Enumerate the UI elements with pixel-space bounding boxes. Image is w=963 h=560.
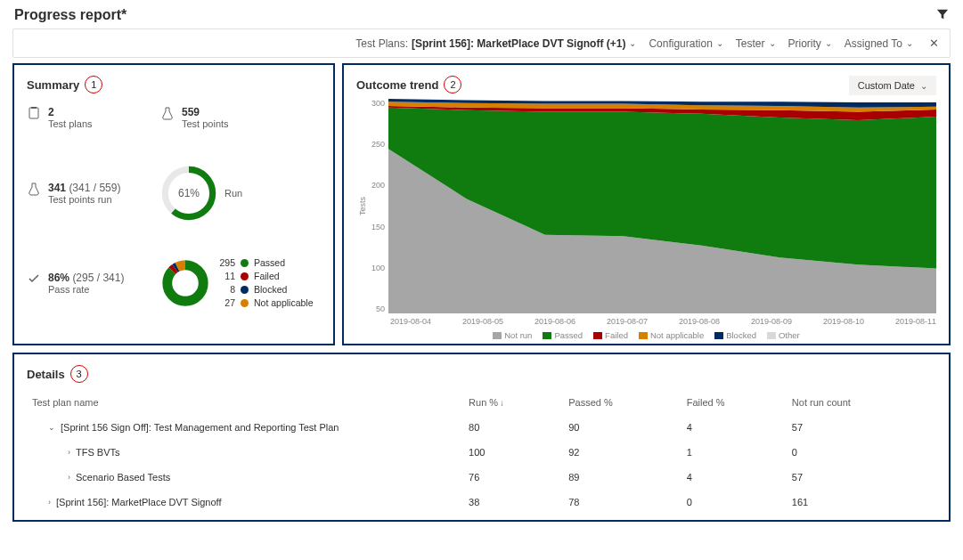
chevron-down-icon: ⌄ bbox=[769, 38, 776, 48]
trend-yaxis: 300 250 200 150 100 50 bbox=[367, 99, 388, 313]
cell-run: 38 bbox=[463, 490, 563, 515]
cell-notrun: 0 bbox=[787, 440, 936, 465]
close-icon[interactable]: ✕ bbox=[926, 37, 939, 50]
col-name[interactable]: Test plan name bbox=[27, 390, 463, 415]
col-notrun[interactable]: Not run count bbox=[787, 390, 936, 415]
row-name: TFS BVTs bbox=[76, 447, 120, 458]
filter-bar: Test Plans: [Sprint 156]: MarketPlace DV… bbox=[12, 28, 951, 58]
cell-failed: 0 bbox=[681, 490, 787, 515]
details-table: Test plan name Run %↓ Passed % Failed % … bbox=[27, 390, 936, 515]
filter-assigned-to[interactable]: Assigned To⌄ bbox=[845, 37, 913, 50]
swatch-failed bbox=[593, 332, 602, 339]
cell-notrun: 161 bbox=[787, 490, 936, 515]
beaker-icon bbox=[160, 106, 175, 120]
cell-failed: 4 bbox=[681, 415, 787, 440]
swatch-notrun bbox=[493, 332, 502, 339]
metric-test-points: 559 Test points bbox=[160, 101, 321, 134]
summary-card: Summary 1 2 Test plans 559 Test points bbox=[12, 63, 335, 345]
filter-test-plans[interactable]: Test Plans: [Sprint 156]: MarketPlace DV… bbox=[355, 37, 636, 50]
col-run[interactable]: Run %↓ bbox=[463, 390, 563, 415]
details-card: Details 3 Test plan name Run %↓ Passed %… bbox=[12, 353, 951, 522]
beaker-icon bbox=[27, 182, 41, 196]
page-title: Progress report* bbox=[14, 7, 126, 23]
cell-run: 80 bbox=[463, 415, 563, 440]
chevron-down-icon: ⌄ bbox=[825, 38, 832, 48]
run-percent-label: Run bbox=[224, 188, 242, 199]
cell-passed: 89 bbox=[563, 465, 681, 490]
chevron-right-icon[interactable]: › bbox=[68, 473, 70, 482]
svg-rect-1 bbox=[31, 107, 37, 109]
table-row[interactable]: ›TFS BVTs1009210 bbox=[27, 440, 936, 465]
metric-test-points-run: 341 (341 / 559) Test points run bbox=[27, 176, 160, 210]
filter-test-plans-value: [Sprint 156]: MarketPlace DVT Signoff (+… bbox=[412, 37, 625, 50]
sort-down-icon: ↓ bbox=[498, 398, 504, 408]
chevron-down-icon: ⌄ bbox=[906, 38, 913, 48]
outcome-legend: 295Passed 11Failed 8Blocked 27Not applic… bbox=[217, 257, 314, 308]
custom-date-button[interactable]: Custom Date ⌄ bbox=[849, 76, 936, 95]
cell-notrun: 57 bbox=[787, 465, 936, 490]
chevron-down-icon: ⌄ bbox=[629, 38, 636, 48]
cell-passed: 92 bbox=[563, 440, 681, 465]
cell-notrun: 57 bbox=[787, 415, 936, 440]
details-title: Details bbox=[27, 368, 65, 381]
trend-card: Outcome trend 2 Custom Date ⌄ Tests 300 … bbox=[342, 63, 951, 345]
swatch-passed bbox=[543, 332, 551, 339]
row-name: [Sprint 156]: MarketPlace DVT Signoff bbox=[56, 497, 221, 507]
swatch-passed bbox=[241, 259, 249, 267]
swatch-na bbox=[241, 299, 249, 307]
table-row[interactable]: ›[Sprint 156]: MarketPlace DVT Signoff38… bbox=[27, 490, 936, 515]
clipboard-icon bbox=[27, 106, 41, 120]
metric-pass-rate: 86% (295 / 341) Pass rate bbox=[27, 266, 160, 300]
cell-failed: 4 bbox=[681, 465, 787, 490]
filter-icon[interactable] bbox=[936, 8, 949, 23]
trend-ylabel: Tests bbox=[356, 99, 367, 313]
summary-title: Summary bbox=[27, 78, 79, 92]
callout-3: 3 bbox=[70, 365, 88, 383]
cell-failed: 1 bbox=[681, 440, 787, 465]
table-row[interactable]: ›Scenario Based Tests7689457 bbox=[27, 465, 936, 490]
outcome-donut: 295Passed 11Failed 8Blocked 27Not applic… bbox=[160, 252, 321, 313]
filter-test-plans-label: Test Plans: bbox=[355, 37, 408, 50]
chevron-right-icon[interactable]: › bbox=[48, 498, 51, 507]
swatch-blocked bbox=[714, 332, 723, 339]
chevron-down-icon: ⌄ bbox=[716, 38, 723, 48]
table-header-row: Test plan name Run %↓ Passed % Failed % … bbox=[27, 390, 936, 415]
row-name: [Sprint 156 Sign Off]: Test Management a… bbox=[61, 422, 339, 433]
run-donut: 61% Run bbox=[160, 159, 321, 227]
filter-priority[interactable]: Priority⌄ bbox=[788, 37, 832, 50]
chevron-down-icon[interactable]: ⌄ bbox=[48, 423, 55, 432]
chevron-down-icon: ⌄ bbox=[920, 81, 927, 91]
trend-title: Outcome trend bbox=[356, 78, 438, 92]
col-failed[interactable]: Failed % bbox=[681, 390, 787, 415]
trend-xaxis: 2019-08-04 2019-08-05 2019-08-06 2019-08… bbox=[390, 317, 936, 326]
cell-run: 100 bbox=[463, 440, 563, 465]
callout-1: 1 bbox=[85, 76, 102, 93]
svg-rect-0 bbox=[29, 108, 38, 118]
cell-passed: 78 bbox=[563, 490, 681, 515]
callout-2: 2 bbox=[444, 76, 461, 93]
swatch-blocked bbox=[241, 286, 249, 294]
trend-plot bbox=[388, 99, 936, 313]
cell-run: 76 bbox=[463, 465, 563, 490]
swatch-failed bbox=[241, 272, 249, 280]
row-name: Scenario Based Tests bbox=[76, 472, 170, 483]
swatch-other bbox=[767, 332, 776, 339]
table-row[interactable]: ⌄[Sprint 156 Sign Off]: Test Management … bbox=[27, 415, 936, 440]
trend-legend: Not run Passed Failed Not applicable Blo… bbox=[344, 330, 949, 340]
run-percent: 61% bbox=[160, 165, 217, 222]
cell-passed: 90 bbox=[563, 415, 681, 440]
swatch-na bbox=[639, 332, 648, 339]
filter-configuration[interactable]: Configuration⌄ bbox=[649, 37, 722, 50]
chevron-right-icon[interactable]: › bbox=[68, 448, 70, 457]
check-icon bbox=[27, 272, 41, 286]
filter-tester[interactable]: Tester⌄ bbox=[736, 37, 776, 50]
col-passed[interactable]: Passed % bbox=[563, 390, 681, 415]
metric-test-plans: 2 Test plans bbox=[27, 101, 160, 134]
